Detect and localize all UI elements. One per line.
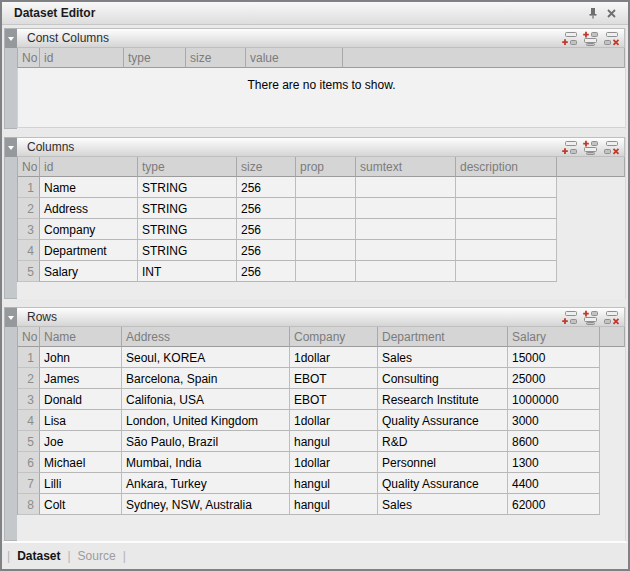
cell-id[interactable]: Company xyxy=(40,219,138,240)
section-filler xyxy=(17,128,625,129)
sections-container: Const Columns xyxy=(2,25,628,542)
add-row-button[interactable] xyxy=(560,309,579,326)
cell-department[interactable]: Sales xyxy=(378,347,508,368)
cell-description[interactable] xyxy=(456,219,557,240)
cell-prop[interactable] xyxy=(296,198,356,219)
cell-id[interactable]: Name xyxy=(40,177,138,198)
cell-salary[interactable]: 8600 xyxy=(508,431,600,452)
insert-row-button[interactable] xyxy=(581,309,600,326)
cell-company[interactable]: 1dollar xyxy=(290,410,378,431)
cell-name[interactable]: Lisa xyxy=(40,410,122,431)
cell-type[interactable]: STRING xyxy=(138,219,237,240)
cell-company[interactable]: hangul xyxy=(290,431,378,452)
cell-sumtext[interactable] xyxy=(356,198,456,219)
cell-salary[interactable]: 1000000 xyxy=(508,389,600,410)
cell-size[interactable]: 256 xyxy=(237,198,296,219)
cell-description[interactable] xyxy=(456,177,557,198)
cell-name[interactable]: James xyxy=(40,368,122,389)
cell-id[interactable]: Department xyxy=(40,240,138,261)
insert-row-button[interactable] xyxy=(581,139,600,156)
close-button[interactable] xyxy=(602,5,620,21)
cell-id[interactable]: Address xyxy=(40,198,138,219)
cell-prop[interactable] xyxy=(296,240,356,261)
cell-department[interactable]: Personnel xyxy=(378,452,508,473)
cell-type[interactable]: STRING xyxy=(138,198,237,219)
cell-department[interactable]: Research Institute xyxy=(378,389,508,410)
cell-description[interactable] xyxy=(456,261,557,282)
column-header: No xyxy=(18,157,40,177)
cell-salary[interactable]: 4400 xyxy=(508,473,600,494)
add-row-button[interactable] xyxy=(560,139,579,156)
cell-size[interactable]: 256 xyxy=(237,240,296,261)
delete-row-button[interactable] xyxy=(602,139,621,156)
cell-name[interactable]: Colt xyxy=(40,494,122,515)
cell-address[interactable]: Califonia, USA xyxy=(122,389,290,410)
cell-sumtext[interactable] xyxy=(356,240,456,261)
insert-row-button[interactable] xyxy=(581,30,600,47)
const-columns-collapse-button[interactable] xyxy=(5,29,17,48)
cell-salary[interactable]: 1300 xyxy=(508,452,600,473)
cell-sumtext[interactable] xyxy=(356,177,456,198)
cell-prop[interactable] xyxy=(296,219,356,240)
cell-salary[interactable]: 15000 xyxy=(508,347,600,368)
cell-salary[interactable]: 25000 xyxy=(508,368,600,389)
cell-company[interactable]: 1dollar xyxy=(290,347,378,368)
cell-name[interactable]: Michael xyxy=(40,452,122,473)
column-header-filler xyxy=(343,48,625,68)
cell-address[interactable]: Sydney, NSW, Australia xyxy=(122,494,290,515)
insert-row-icon xyxy=(582,310,599,325)
cell-department[interactable]: Quality Assurance xyxy=(378,410,508,431)
cell-name[interactable]: Joe xyxy=(40,431,122,452)
add-row-icon xyxy=(561,140,578,155)
delete-row-button[interactable] xyxy=(602,30,621,47)
cell-company[interactable]: hangul xyxy=(290,473,378,494)
cell-department[interactable]: Sales xyxy=(378,494,508,515)
cell-address[interactable]: Seoul, KOREA xyxy=(122,347,290,368)
cell-department[interactable]: Consulting xyxy=(378,368,508,389)
add-row-button[interactable] xyxy=(560,30,579,47)
cell-size[interactable]: 256 xyxy=(237,177,296,198)
cell-address[interactable]: Barcelona, Spain xyxy=(122,368,290,389)
cell-prop[interactable] xyxy=(296,177,356,198)
tab-dataset[interactable]: Dataset xyxy=(17,549,60,563)
cell-company[interactable]: hangul xyxy=(290,494,378,515)
cell-id[interactable]: Salary xyxy=(40,261,138,282)
cell-department[interactable]: R&D xyxy=(378,431,508,452)
cell-address[interactable]: London, United Kingdom xyxy=(122,410,290,431)
cell-description[interactable] xyxy=(456,240,557,261)
column-header: id xyxy=(40,48,124,68)
cell-company[interactable]: EBOT xyxy=(290,389,378,410)
cell-description[interactable] xyxy=(456,198,557,219)
rows-title: Rows xyxy=(27,310,560,324)
cell-department[interactable]: Quality Assurance xyxy=(378,473,508,494)
cell-company[interactable]: 1dollar xyxy=(290,452,378,473)
cell-size[interactable]: 256 xyxy=(237,219,296,240)
cell-prop[interactable] xyxy=(296,261,356,282)
rows-collapse-button[interactable] xyxy=(5,308,17,327)
cell-address[interactable]: São Paulo, Brazil xyxy=(122,431,290,452)
cell-company[interactable]: EBOT xyxy=(290,368,378,389)
cell-type[interactable]: STRING xyxy=(138,177,237,198)
tab-separator: | xyxy=(67,549,70,563)
row-filler xyxy=(557,261,625,282)
cell-address[interactable]: Ankara, Turkey xyxy=(122,473,290,494)
cell-salary[interactable]: 3000 xyxy=(508,410,600,431)
delete-row-button[interactable] xyxy=(602,309,621,326)
cell-type[interactable]: INT xyxy=(138,261,237,282)
cell-name[interactable]: Lilli xyxy=(40,473,122,494)
column-header: id xyxy=(40,157,138,177)
cell-address[interactable]: Mumbai, India xyxy=(122,452,290,473)
cell-name[interactable]: John xyxy=(40,347,122,368)
pin-button[interactable] xyxy=(584,5,602,21)
empty-items-message: There are no items to show. xyxy=(17,68,625,128)
cell-size[interactable]: 256 xyxy=(237,261,296,282)
row-number: 3 xyxy=(18,389,40,410)
column-header: Company xyxy=(290,327,378,347)
cell-type[interactable]: STRING xyxy=(138,240,237,261)
tab-source[interactable]: Source xyxy=(78,549,116,563)
cell-sumtext[interactable] xyxy=(356,261,456,282)
cell-salary[interactable]: 62000 xyxy=(508,494,600,515)
cell-name[interactable]: Donald xyxy=(40,389,122,410)
columns-collapse-button[interactable] xyxy=(5,138,17,157)
cell-sumtext[interactable] xyxy=(356,219,456,240)
